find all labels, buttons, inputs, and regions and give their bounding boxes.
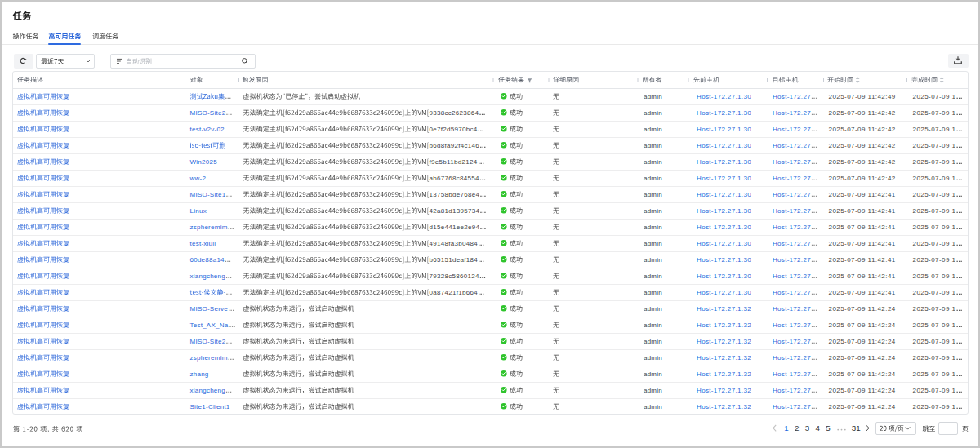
svg-text:60de88a14: 60de88a14 (190, 256, 225, 264)
svg-text:Host-172.27: Host-172.27 (773, 322, 811, 329)
svg-text:2025-07-09 11:42:41: 2025-07-09 11:42:41 (829, 191, 896, 198)
svg-text:2025-07-09 1: 2025-07-09 1 (913, 224, 956, 231)
svg-text:2025-07-09 11:42:42: 2025-07-09 11:42:42 (829, 175, 896, 182)
svg-text:2025-07-09 1: 2025-07-09 1 (913, 305, 956, 313)
svg-text:2025-07-09 1: 2025-07-09 1 (913, 207, 956, 215)
svg-text:Linux: Linux (190, 207, 207, 215)
svg-text:2025-07-09 1: 2025-07-09 1 (913, 158, 956, 166)
svg-text:admin: admin (644, 403, 662, 410)
svg-text:2025-07-09 1: 2025-07-09 1 (913, 142, 956, 149)
svg-text:Host-172.27: Host-172.27 (773, 93, 811, 100)
svg-text:b6d8fa92f4c146: b6d8fa92f4c146 (430, 142, 480, 149)
svg-text:xiangcheng: xiangcheng (190, 273, 225, 280)
svg-text:Host-172.27: Host-172.27 (773, 403, 811, 410)
svg-text:admin: admin (644, 289, 662, 296)
svg-text:MISO-Site2: MISO-Site2 (190, 109, 226, 117)
svg-text:2025-07-09 11:42:41: 2025-07-09 11:42:41 (829, 207, 896, 215)
svg-text:2025-07-09 1: 2025-07-09 1 (913, 273, 956, 280)
svg-text:Host-172.27.1.30: Host-172.27.1.30 (697, 93, 751, 100)
svg-text:2025-07-09 1: 2025-07-09 1 (913, 387, 956, 394)
svg-text:5: 5 (826, 424, 831, 432)
svg-text:2025-07-09 11:42:42: 2025-07-09 11:42:42 (829, 126, 896, 133)
svg-text:2025-07-09 11:42:42: 2025-07-09 11:42:42 (829, 158, 896, 166)
svg-text:2025-07-09 1: 2025-07-09 1 (913, 322, 956, 329)
svg-text:2025-07-09 11:42:42: 2025-07-09 11:42:42 (829, 142, 896, 149)
svg-text:Host-172.27: Host-172.27 (773, 354, 811, 362)
svg-text:79328c5860124: 79328c5860124 (430, 273, 480, 280)
svg-text:Host-172.27: Host-172.27 (773, 256, 811, 264)
svg-text:Host-172.27: Host-172.27 (773, 387, 811, 394)
svg-text:zspheremim: zspheremim (190, 224, 228, 231)
svg-text:2025-07-09 11:42:41: 2025-07-09 11:42:41 (829, 273, 896, 280)
svg-text:Host-172.27.1.32: Host-172.27.1.32 (697, 354, 751, 362)
svg-text:Host-172.27.1.30: Host-172.27.1.30 (697, 126, 751, 133)
svg-text:2025-07-09 11:42:42: 2025-07-09 11:42:42 (829, 109, 896, 117)
svg-text:admin: admin (644, 126, 662, 133)
svg-text:admin: admin (644, 158, 662, 166)
svg-text:Host-172.27.1.30: Host-172.27.1.30 (697, 273, 751, 280)
svg-text:zspheremim: zspheremim (190, 354, 228, 362)
svg-text:Host-172.27: Host-172.27 (773, 338, 811, 345)
svg-text:9338cc2623864: 9338cc2623864 (430, 109, 479, 117)
svg-text:2025-07-09 11:42:24: 2025-07-09 11:42:24 (829, 322, 896, 329)
svg-text:test-v2v-02: test-v2v-02 (190, 126, 225, 133)
svg-text:admin: admin (644, 354, 662, 362)
svg-text:42a81d1395734: 42a81d1395734 (430, 207, 480, 215)
svg-text:Host-172.27.1.32: Host-172.27.1.32 (697, 387, 751, 394)
svg-text:1: 1 (784, 424, 788, 432)
svg-text:admin: admin (644, 256, 662, 264)
svg-text:2025-07-09 1: 2025-07-09 1 (913, 175, 956, 182)
svg-text:Host-172.27: Host-172.27 (773, 126, 811, 133)
svg-text:admin: admin (644, 305, 662, 313)
svg-text:Test_AX_Na: Test_AX_Na (190, 322, 229, 329)
svg-text:31: 31 (852, 424, 861, 432)
svg-text:2025-07-09 11:42:24: 2025-07-09 11:42:24 (829, 370, 896, 378)
svg-text:admin: admin (644, 191, 662, 198)
svg-text:Host-172.27: Host-172.27 (773, 191, 811, 198)
svg-text:Host-172.27.1.32: Host-172.27.1.32 (697, 338, 751, 345)
svg-text:2025-07-09 1: 2025-07-09 1 (913, 338, 956, 345)
svg-text:Win2025: Win2025 (190, 158, 218, 166)
svg-text:2: 2 (795, 424, 799, 432)
svg-text:Host-172.27: Host-172.27 (773, 370, 811, 378)
svg-text:2025-07-09 1: 2025-07-09 1 (913, 126, 956, 133)
svg-text:Host-172.27: Host-172.27 (773, 207, 811, 215)
svg-text:Host-172.27.1.30: Host-172.27.1.30 (697, 207, 751, 215)
svg-text:admin: admin (644, 175, 662, 182)
svg-text:MISO-Site1: MISO-Site1 (190, 191, 226, 198)
svg-text:admin: admin (644, 387, 662, 394)
svg-text:Host-172.27: Host-172.27 (773, 109, 811, 117)
svg-text:2025-07-09 11:42:24: 2025-07-09 11:42:24 (829, 354, 896, 362)
svg-text:Host-172.27: Host-172.27 (773, 273, 811, 280)
svg-text:admin: admin (644, 240, 662, 247)
svg-text:2025-07-09 1: 2025-07-09 1 (913, 403, 956, 410)
svg-text:2025-07-09 1: 2025-07-09 1 (913, 370, 956, 378)
svg-text:Host-172.27: Host-172.27 (773, 175, 811, 182)
svg-text:Host-172.27.1.32: Host-172.27.1.32 (697, 403, 751, 410)
svg-text:2025-07-09 11:42:24: 2025-07-09 11:42:24 (829, 305, 896, 313)
svg-text:0a87421f1b664: 0a87421f1b664 (430, 289, 479, 296)
svg-text:Host-172.27.1.30: Host-172.27.1.30 (697, 142, 751, 149)
svg-text:2025-07-09 11:42:41: 2025-07-09 11:42:41 (829, 256, 896, 264)
svg-text:Host-172.27.1.30: Host-172.27.1.30 (697, 289, 751, 296)
svg-text:Host-172.27.1.30: Host-172.27.1.30 (697, 224, 751, 231)
svg-text:Host-172.27.1.30: Host-172.27.1.30 (697, 256, 751, 264)
svg-text:Host-172.27.1.30: Host-172.27.1.30 (697, 109, 751, 117)
svg-text:MISO-Site2: MISO-Site2 (190, 338, 226, 345)
svg-text:Host-172.27.1.30: Host-172.27.1.30 (697, 240, 751, 247)
svg-text:2025-07-09 11:42:24: 2025-07-09 11:42:24 (829, 403, 896, 410)
svg-text:admin: admin (644, 109, 662, 117)
svg-text:admin: admin (644, 224, 662, 231)
svg-text:admin: admin (644, 322, 662, 329)
svg-text:2025-07-09 1: 2025-07-09 1 (913, 240, 956, 247)
svg-text:admin: admin (644, 207, 662, 215)
svg-text:admin: admin (644, 142, 662, 149)
svg-text:b65151deaf184: b65151deaf184 (430, 256, 479, 264)
svg-text:Host-172.27.1.32: Host-172.27.1.32 (697, 322, 751, 329)
svg-text:0e7f2d5970bc4: 0e7f2d5970bc4 (430, 126, 478, 133)
svg-text:Host-172.27.1.30: Host-172.27.1.30 (697, 175, 751, 182)
svg-text:admin: admin (644, 338, 662, 345)
svg-text:xiangcheng: xiangcheng (190, 387, 225, 394)
svg-text:Host-172.27: Host-172.27 (773, 142, 811, 149)
svg-text:zhang: zhang (190, 370, 209, 378)
